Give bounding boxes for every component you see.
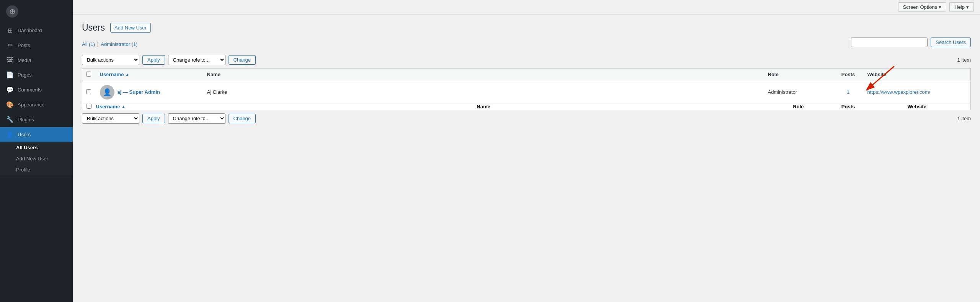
username-link[interactable]: aj — Super Admin: [118, 89, 160, 95]
sidebar-item-posts[interactable]: ✏ Posts: [0, 38, 73, 53]
submenu-all-users[interactable]: All Users: [0, 142, 73, 153]
row-role-cell: Administrator: [764, 81, 833, 103]
wordpress-icon: ⊕: [6, 5, 18, 18]
plugins-icon: 🔧: [6, 116, 14, 123]
footer-sort-icon: ▲: [121, 104, 125, 109]
filter-administrator-link[interactable]: Administrator (1): [101, 41, 137, 47]
search-row: Search Users: [851, 38, 971, 47]
sidebar: ⊕ ⊞ Dashboard ✏ Posts 🖼 Media 📄 Pages 💬 …: [0, 0, 73, 302]
pages-icon: 📄: [6, 71, 14, 78]
sidebar-item-label: Dashboard: [18, 28, 42, 33]
filter-row: All (1) | Administrator (1) Search Users: [82, 38, 971, 51]
select-all-footer-checkbox[interactable]: [87, 104, 91, 109]
header-username: Username ▲: [96, 68, 203, 81]
help-label: Help: [954, 4, 965, 10]
sidebar-item-label: Posts: [18, 42, 30, 48]
table-footer-row: Username ▲ Name Role Posts Website: [82, 103, 971, 110]
add-new-user-button[interactable]: Add New User: [110, 23, 151, 33]
change-role-select-top[interactable]: Change role to...: [168, 55, 225, 65]
footer-posts: Posts: [833, 103, 864, 110]
row-name-cell: Aj Clarke: [203, 81, 764, 103]
row-website-cell: https://www.wpexplorer.com/: [864, 81, 971, 103]
sidebar-item-label: Appearance: [18, 102, 44, 108]
avatar: 👤: [100, 85, 114, 100]
website-link[interactable]: https://www.wpexplorer.com/: [867, 89, 931, 95]
sidebar-item-appearance[interactable]: 🎨 Appearance: [0, 97, 73, 112]
footer-username: Username ▲: [96, 103, 203, 110]
table-container: Username ▲ Name Role Posts Website: [82, 68, 971, 110]
help-chevron-icon: ▾: [966, 4, 969, 10]
change-button-bottom[interactable]: Change: [229, 114, 256, 123]
footer-role: Role: [764, 103, 833, 110]
apply-button-top[interactable]: Apply: [142, 55, 165, 65]
sidebar-item-label: Media: [18, 57, 31, 63]
content-area: Users Add New User All (1) | Administrat…: [73, 15, 980, 302]
page-title: Users: [82, 22, 105, 34]
help-button[interactable]: Help ▾: [949, 2, 974, 12]
comments-icon: 💬: [6, 86, 14, 93]
sidebar-item-users[interactable]: 👤 Users: [0, 127, 73, 142]
screen-options-chevron-icon: ▾: [939, 4, 941, 10]
main-area: Screen Options ▾ Help ▾ Users Add New Us…: [73, 0, 980, 302]
screen-options-button[interactable]: Screen Options ▾: [898, 2, 947, 12]
footer-username-sort-link[interactable]: Username ▲: [96, 104, 203, 109]
sort-icon: ▲: [125, 72, 129, 77]
screen-options-label: Screen Options: [903, 4, 938, 10]
item-count-bottom: 1 item: [957, 116, 971, 121]
appearance-icon: 🎨: [6, 101, 14, 108]
footer-name: Name: [203, 103, 764, 110]
sidebar-item-dashboard[interactable]: ⊞ Dashboard: [0, 23, 73, 38]
sidebar-item-label: Plugins: [18, 117, 34, 122]
sidebar-item-pages[interactable]: 📄 Pages: [0, 67, 73, 82]
header-checkbox-cell: [82, 68, 96, 81]
bottom-toolbar: Bulk actions Apply Change role to... Cha…: [82, 113, 971, 124]
sidebar-item-comments[interactable]: 💬 Comments: [0, 82, 73, 97]
bulk-actions-select-bottom[interactable]: Bulk actions: [82, 113, 139, 124]
top-toolbar: Bulk actions Apply Change role to... Cha…: [82, 55, 971, 65]
users-table: Username ▲ Name Role Posts Website: [82, 68, 971, 110]
search-input[interactable]: [851, 38, 928, 47]
users-icon: 👤: [6, 131, 14, 138]
submenu-add-new-user[interactable]: Add New User: [0, 153, 73, 164]
header-role: Role: [764, 68, 833, 81]
change-role-select-bottom[interactable]: Change role to...: [168, 113, 225, 124]
row-checkbox-cell: [82, 81, 96, 103]
search-users-button[interactable]: Search Users: [931, 38, 971, 47]
sidebar-item-plugins[interactable]: 🔧 Plugins: [0, 112, 73, 127]
topbar: Screen Options ▾ Help ▾: [73, 0, 980, 15]
sidebar-logo: ⊕: [0, 0, 73, 23]
submenu-profile[interactable]: Profile: [0, 164, 73, 175]
dashboard-icon: ⊞: [6, 27, 14, 34]
header-name: Name: [203, 68, 764, 81]
sidebar-item-label: Comments: [18, 87, 42, 93]
user-cell: 👤 aj — Super Admin: [100, 85, 199, 100]
row-checkbox[interactable]: [86, 89, 91, 94]
footer-checkbox-cell: [82, 103, 96, 110]
table-header-row: Username ▲ Name Role Posts Website: [82, 68, 971, 81]
username-sort-link[interactable]: Username ▲: [100, 72, 199, 77]
sidebar-item-label: Pages: [18, 72, 32, 78]
row-username-cell: 👤 aj — Super Admin: [96, 81, 203, 103]
header-website: Website: [864, 68, 971, 81]
media-icon: 🖼: [6, 57, 14, 64]
posts-link[interactable]: 1: [847, 89, 849, 95]
filter-all-link[interactable]: All (1): [82, 41, 95, 47]
select-all-checkbox[interactable]: [86, 72, 91, 77]
header-posts: Posts: [833, 68, 864, 81]
sidebar-item-media[interactable]: 🖼 Media: [0, 53, 73, 67]
sidebar-item-label: Users: [18, 132, 31, 137]
filter-separator: |: [97, 41, 98, 47]
users-submenu: All Users Add New User Profile: [0, 142, 73, 175]
item-count-top: 1 item: [957, 57, 971, 63]
footer-website: Website: [864, 103, 971, 110]
row-posts-cell: 1: [833, 81, 864, 103]
table-row: 👤 aj — Super Admin Aj Clarke Administrat…: [82, 81, 971, 103]
posts-icon: ✏: [6, 42, 14, 49]
apply-button-bottom[interactable]: Apply: [142, 114, 165, 123]
bulk-actions-select-top[interactable]: Bulk actions: [82, 55, 139, 65]
page-title-row: Users Add New User: [82, 22, 971, 34]
change-button-top[interactable]: Change: [229, 55, 256, 65]
